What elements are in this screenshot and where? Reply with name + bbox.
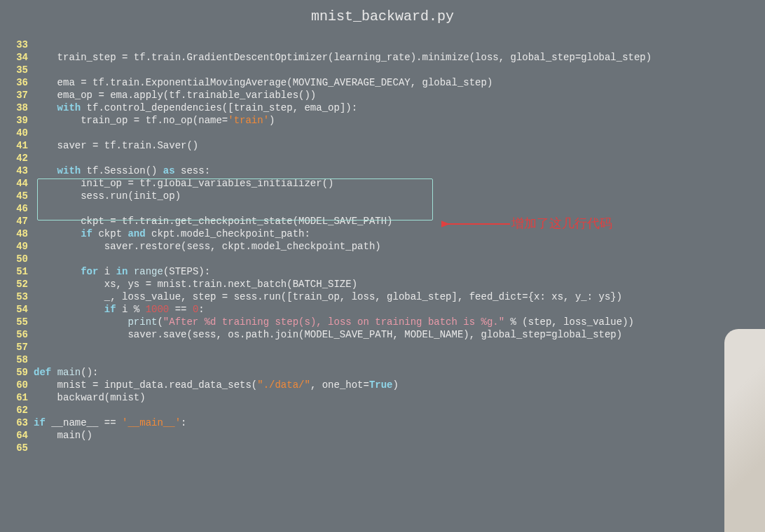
- line-number: 39: [0, 114, 28, 127]
- code-line: for i in range(STEPS):: [34, 265, 765, 278]
- code-line: ema_op = ema.apply(tf.trainable_variable…: [34, 89, 765, 102]
- code-line: saver.save(sess, os.path.join(MODEL_SAVE…: [34, 328, 765, 341]
- annotation-text: 增加了这几行代码: [511, 215, 612, 232]
- line-number: 36: [0, 76, 28, 89]
- code-line: [34, 442, 765, 454]
- code-line: train_op = tf.no_op(name='train'): [34, 114, 765, 127]
- code-line: init_op = tf.global_variables_initialize…: [34, 177, 765, 190]
- code-line: train_step = tf.train.GradientDescentOpt…: [34, 51, 765, 64]
- code-line: [34, 152, 765, 164]
- code-line: if i % 1000 == 0:: [34, 303, 765, 316]
- code-line: with tf.control_dependencies([train_step…: [34, 102, 765, 114]
- line-number: 61: [0, 391, 28, 404]
- line-number: 60: [0, 379, 28, 391]
- code-line: [34, 354, 765, 366]
- code-line: backward(mnist): [34, 391, 765, 404]
- line-number: 55: [0, 316, 28, 328]
- line-number: 33: [0, 38, 28, 51]
- line-number: 63: [0, 416, 28, 429]
- code-line: [34, 202, 765, 215]
- code-line: [34, 38, 765, 51]
- code-line: [34, 253, 765, 265]
- line-number: 64: [0, 429, 28, 442]
- line-number: 57: [0, 341, 28, 354]
- line-gutter: 3334353637383940414243444546474849505152…: [0, 38, 34, 454]
- line-number: 38: [0, 102, 28, 114]
- code-line: print("After %d training step(s), loss o…: [34, 316, 765, 328]
- code-line: saver.restore(sess, ckpt.model_checkpoin…: [34, 240, 765, 253]
- code-line: sess.run(init_op): [34, 190, 765, 202]
- line-number: 47: [0, 215, 28, 227]
- code-line: [34, 127, 765, 139]
- code-area: train_step = tf.train.GradientDescentOpt…: [34, 38, 765, 454]
- line-number: 54: [0, 303, 28, 316]
- code-line: _, loss_value, step = sess.run([train_op…: [34, 290, 765, 303]
- line-number: 41: [0, 139, 28, 152]
- line-number: 45: [0, 190, 28, 202]
- line-number: 42: [0, 152, 28, 164]
- line-number: 44: [0, 177, 28, 190]
- line-number: 43: [0, 164, 28, 177]
- line-number: 65: [0, 442, 28, 454]
- line-number: 49: [0, 240, 28, 253]
- line-number: 53: [0, 290, 28, 303]
- code-line: if __name__ == '__main__':: [34, 416, 765, 429]
- line-number: 59: [0, 366, 28, 379]
- code-line: with tf.Session() as sess:: [34, 164, 765, 177]
- code-line: def main():: [34, 366, 765, 379]
- code-line: saver = tf.train.Saver(): [34, 139, 765, 152]
- code-line: mnist = input_data.read_data_sets("./dat…: [34, 379, 765, 391]
- line-number: 35: [0, 64, 28, 76]
- code-editor: 3334353637383940414243444546474849505152…: [0, 38, 765, 454]
- code-line: if ckpt and ckpt.model_checkpoint_path:: [34, 227, 765, 240]
- line-number: 48: [0, 227, 28, 240]
- file-title: mnist_backward.py: [0, 0, 765, 38]
- code-line: xs, ys = mnist.train.next_batch(BATCH_SI…: [34, 278, 765, 290]
- line-number: 34: [0, 51, 28, 64]
- person-silhouette: [724, 329, 765, 532]
- line-number: 40: [0, 127, 28, 139]
- line-number: 46: [0, 202, 28, 215]
- line-number: 37: [0, 89, 28, 102]
- line-number: 62: [0, 404, 28, 416]
- code-line: ema = tf.train.ExponentialMovingAverage(…: [34, 76, 765, 89]
- line-number: 52: [0, 278, 28, 290]
- line-number: 56: [0, 328, 28, 341]
- line-number: 50: [0, 253, 28, 265]
- code-line: [34, 64, 765, 76]
- line-number: 51: [0, 265, 28, 278]
- line-number: 58: [0, 354, 28, 366]
- code-line: main(): [34, 429, 765, 442]
- code-line: ckpt = tf.train.get_checkpoint_state(MOD…: [34, 215, 765, 227]
- code-line: [34, 404, 765, 416]
- code-line: [34, 341, 765, 354]
